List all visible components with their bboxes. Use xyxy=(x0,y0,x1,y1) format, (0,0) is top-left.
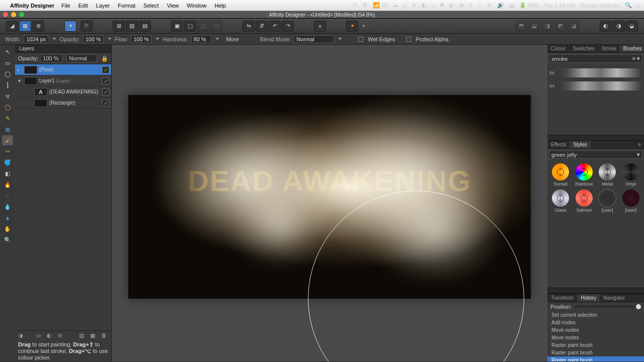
history-item[interactable]: Move nodes xyxy=(547,334,644,341)
view2-icon[interactable]: ◑ xyxy=(613,21,625,32)
marquee-column-icon[interactable]: ┇ xyxy=(2,80,13,90)
flip-v-icon[interactable]: ⇵ xyxy=(256,21,268,32)
marquee-ellipse-icon[interactable]: ◯ xyxy=(2,69,13,79)
style-swatch[interactable]: [user] xyxy=(597,190,618,213)
tab-effects[interactable]: Effects xyxy=(547,141,570,148)
marquee-ellipse2-icon[interactable]: ◯ xyxy=(2,102,13,112)
tray-icon[interactable]: ♪ xyxy=(432,3,435,9)
menu-layer[interactable]: Layer xyxy=(96,3,110,9)
grid-tool-icon[interactable]: ▦ xyxy=(2,124,13,134)
style-swatch[interactable]: Glass xyxy=(550,190,571,213)
tray-icon[interactable]: ⎙ xyxy=(403,3,407,9)
artboard[interactable]: DEAD AWAKENING xyxy=(128,95,531,299)
tab-colour[interactable]: Colour xyxy=(547,45,569,52)
arrange-backward-icon[interactable]: ▢ xyxy=(197,21,209,32)
visibility-checkbox[interactable]: ✓ xyxy=(102,77,109,84)
adj-icon[interactable]: ◐ xyxy=(47,332,54,339)
sync-icon[interactable]: ⚐ xyxy=(80,21,93,32)
smudge-tool-icon[interactable]: ☄ xyxy=(2,191,13,201)
persona-export-icon[interactable]: ⊛ xyxy=(32,21,44,32)
arrange-back-icon[interactable]: ▢ xyxy=(210,21,222,32)
style-swatch[interactable]: [user] xyxy=(621,190,641,213)
layer-opacity-field[interactable]: 100 % xyxy=(40,54,62,62)
history-item[interactable]: Raster paint brush xyxy=(547,341,644,349)
zoom-tool-icon[interactable]: 🔍 xyxy=(2,235,13,245)
tray-icon[interactable]: ☁ xyxy=(392,2,398,9)
boolean-int-icon[interactable]: ◨ xyxy=(541,21,553,32)
rotate-ccw-icon[interactable]: ↶ xyxy=(269,21,281,32)
tab-transform[interactable]: Transform xyxy=(547,294,577,302)
history-slider[interactable] xyxy=(575,306,641,308)
hardness-field[interactable]: 80 % xyxy=(191,35,211,43)
menu-file[interactable]: File xyxy=(61,3,70,9)
spotlight-icon[interactable]: 🔍 xyxy=(625,2,632,9)
flip-h-icon[interactable]: ⇋ xyxy=(243,21,255,32)
fx2-icon[interactable]: fx xyxy=(58,332,65,339)
boolean-xor-icon[interactable]: ◩ xyxy=(554,21,567,32)
fx-icon[interactable]: ▭ xyxy=(36,332,43,339)
history-item[interactable]: Move nodes xyxy=(547,326,644,334)
snap-icon[interactable]: ⊞ xyxy=(113,21,125,32)
arrange-front-icon[interactable]: ▣ xyxy=(171,21,183,32)
move-tool-icon[interactable]: ↖ xyxy=(2,47,13,57)
view3-icon[interactable]: ◒ xyxy=(626,21,638,32)
menu-edit[interactable]: Edit xyxy=(78,3,88,9)
layer-row[interactable]: A (DEAD AWAKENING) ✓ xyxy=(15,86,111,98)
boolean-add-icon[interactable]: ⬒ xyxy=(515,21,527,32)
style-swatch[interactable]: Rainbow xyxy=(574,163,595,187)
brush-item[interactable]: 64 xyxy=(549,66,642,79)
persona-vector-icon[interactable]: ◢ xyxy=(6,21,18,32)
visibility-checkbox[interactable]: ✓ xyxy=(102,66,109,73)
brush-item[interactable]: 64 xyxy=(549,79,642,93)
layers-tab[interactable]: Layers xyxy=(15,45,111,53)
menu-select[interactable]: Select xyxy=(143,3,159,9)
style-swatch[interactable]: Onyx xyxy=(621,163,641,187)
pixel-tool-icon[interactable]: ✏ xyxy=(2,146,13,156)
app-name[interactable]: Affinity Designer xyxy=(10,3,54,9)
visibility-checkbox[interactable]: ✓ xyxy=(102,100,109,107)
tab-navigator[interactable]: Navigator xyxy=(600,294,628,302)
history-item[interactable]: Raster paint brush xyxy=(547,356,644,361)
menu-format[interactable]: Format xyxy=(118,3,135,9)
tray-icon[interactable]: ◐ xyxy=(449,2,454,9)
bluetooth-icon[interactable]: ᛒ xyxy=(478,3,482,9)
arrange-forward-icon[interactable]: ▢ xyxy=(184,21,196,32)
eraser-tool-icon[interactable]: ◧ xyxy=(2,168,13,178)
boolean-div-icon[interactable]: ◪ xyxy=(568,21,580,32)
battery-icon[interactable]: 🔋 98% xyxy=(519,2,539,9)
clock[interactable]: Tue 2:44 PM xyxy=(544,3,576,9)
burn-tool-icon[interactable]: 🔥 xyxy=(2,179,13,190)
user-name[interactable]: Ronnie McBride xyxy=(580,3,619,9)
boolean-sub-icon[interactable]: ⬓ xyxy=(528,21,540,32)
tab-stroke[interactable]: Stroke xyxy=(598,45,620,52)
tab-swatches[interactable]: Swatches xyxy=(569,45,598,52)
tray-icon[interactable]: ⇪ xyxy=(469,2,473,9)
menu-help[interactable]: Help xyxy=(214,3,226,9)
pen-tool-icon[interactable]: ✎ xyxy=(2,113,13,123)
style-swatch[interactable]: Sunset xyxy=(550,163,571,187)
blur-tool-icon[interactable]: 💧 xyxy=(2,202,13,212)
marquee-rect-icon[interactable]: ▭ xyxy=(2,58,13,68)
tray-icon[interactable]: ⟳ xyxy=(353,2,357,9)
sharpen-tool-icon[interactable]: ▲ xyxy=(2,213,13,223)
width-field[interactable]: 1024 px xyxy=(24,35,48,43)
menu-view[interactable]: View xyxy=(167,3,179,9)
fill-tool-icon[interactable]: 🪣 xyxy=(2,157,13,167)
tab-brushes[interactable]: Brushes xyxy=(620,45,644,52)
add-layer-icon[interactable]: ▥ xyxy=(79,332,86,339)
layer-row[interactable]: ▸ (Pixel) ✓ xyxy=(15,64,111,75)
wet-edges-checkbox[interactable] xyxy=(358,37,363,42)
tab-history[interactable]: History xyxy=(577,294,600,302)
visibility-checkbox[interactable]: ✓ xyxy=(102,88,109,96)
more-button[interactable]: More xyxy=(226,36,239,42)
wifi-icon[interactable]: ⚞ xyxy=(487,2,492,9)
volume-icon[interactable]: 🔊 xyxy=(497,2,504,9)
flow-field[interactable]: 100 % xyxy=(131,35,151,43)
dropbox-icon[interactable]: ⬓ xyxy=(509,2,514,9)
style-swatch[interactable]: Salmon xyxy=(574,190,595,213)
quickfx-icon[interactable]: ✦ xyxy=(346,21,358,32)
menu-window[interactable]: Window xyxy=(187,3,206,9)
canvas[interactable]: DEAD AWAKENING xyxy=(112,45,547,361)
tray-icon[interactable]: ⊞ xyxy=(459,2,464,9)
rotate-cw-icon[interactable]: ↷ xyxy=(282,21,294,32)
